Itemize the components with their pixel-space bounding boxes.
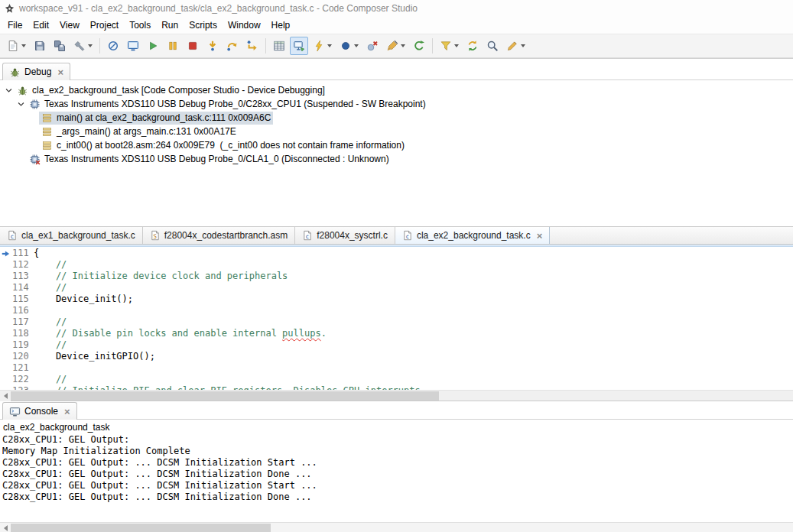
tree-indent: [28, 126, 39, 138]
save-all-button[interactable]: [50, 37, 69, 55]
line-number: 120: [12, 351, 34, 362]
use-step-filters-button[interactable]: [437, 37, 462, 55]
restart-button[interactable]: [410, 37, 428, 55]
code-line[interactable]: 118 // Disable pin locks and enable inte…: [0, 328, 793, 339]
connect-target-button[interactable]: [290, 37, 308, 55]
debug-tree-item[interactable]: cla_ex2_background_task [Code Composer S…: [0, 83, 793, 97]
tab-debug[interactable]: Debug ×: [2, 63, 70, 80]
flash-icon: [313, 40, 325, 52]
code-line[interactable]: 119 //: [0, 339, 793, 351]
dropdown-arrow-icon[interactable]: [21, 44, 26, 47]
tree-expander-icon[interactable]: [3, 85, 15, 96]
view-registers-button[interactable]: [270, 37, 288, 55]
editor-gutter[interactable]: [0, 294, 12, 305]
code-line[interactable]: 122 //: [0, 374, 793, 385]
menu-edit[interactable]: Edit: [28, 18, 54, 33]
dropdown-arrow-icon[interactable]: [354, 44, 359, 47]
editor-gutter[interactable]: [0, 362, 12, 374]
remove-all-breakpoints-button[interactable]: [363, 37, 382, 55]
line-number: 119: [12, 339, 34, 351]
editor-gutter[interactable]: [0, 316, 12, 328]
dropdown-arrow-icon[interactable]: [401, 44, 405, 47]
menu-tools[interactable]: Tools: [124, 18, 156, 33]
tree-item-label: _args_main() at args_main.c:131 0x00A17E: [57, 126, 236, 137]
dropdown-arrow-icon[interactable]: [454, 44, 459, 47]
editor-gutter[interactable]: [0, 328, 12, 339]
chip-icon: [29, 99, 41, 110]
code-line[interactable]: 113 // Initialize device clock and perip…: [0, 271, 793, 282]
editor-tab[interactable]: Sf28004x_codestartbranch.asm: [143, 227, 295, 244]
editor-tab[interactable]: ccla_ex2_background_task.c×: [395, 227, 550, 244]
dropdown-arrow-icon[interactable]: [521, 44, 525, 47]
close-icon[interactable]: ×: [64, 407, 70, 417]
editor-tab[interactable]: cf28004x_sysctrl.c: [295, 227, 395, 244]
debug-tree-item[interactable]: Texas Instruments XDS110 USB Debug Probe…: [0, 97, 793, 111]
refresh-icon: [466, 40, 479, 52]
suspend-button[interactable]: [164, 37, 182, 55]
new-target-configuration-button[interactable]: [124, 37, 142, 55]
code-line[interactable]: 115 Device_init();: [0, 294, 793, 305]
flash-button[interactable]: [310, 37, 335, 55]
menu-view[interactable]: View: [54, 18, 85, 33]
step-over-button[interactable]: [223, 37, 242, 55]
close-icon[interactable]: ×: [537, 231, 543, 241]
code-line[interactable]: 121: [0, 362, 793, 374]
open-search-button[interactable]: [483, 37, 502, 55]
scroll-left-arrow-icon[interactable]: [0, 523, 11, 532]
restart-icon: [413, 40, 425, 52]
asm-file-icon: S: [150, 230, 161, 241]
menu-window[interactable]: Window: [223, 18, 266, 33]
editor-gutter[interactable]: [0, 259, 12, 271]
tab-console[interactable]: Console ×: [2, 402, 77, 420]
editor-tab-label: f28004x_codestartbranch.asm: [164, 230, 288, 241]
line-number: 115: [12, 294, 34, 305]
save-button[interactable]: [31, 37, 49, 55]
menu-scripts[interactable]: Scripts: [184, 18, 223, 33]
dropdown-arrow-icon[interactable]: [88, 44, 93, 47]
tree-expander-icon[interactable]: [15, 99, 27, 110]
terminate-button[interactable]: [184, 37, 202, 55]
editor-gutter[interactable]: [0, 248, 12, 259]
scroll-left-arrow-icon[interactable]: [0, 391, 11, 401]
debug-tree-item[interactable]: c_int00() at boot28.asm:264 0x009E79 (_c…: [0, 138, 793, 152]
menu-project[interactable]: Project: [85, 18, 124, 33]
console-hscrollbar-thumb[interactable]: [11, 524, 271, 532]
debug-tree-item[interactable]: _args_main() at args_main.c:131 0x00A17E: [0, 125, 793, 138]
new-button[interactable]: [4, 37, 29, 55]
editor-gutter[interactable]: [0, 305, 12, 316]
console-hscrollbar[interactable]: [0, 522, 793, 532]
step-return-button[interactable]: [243, 37, 262, 55]
refresh-button[interactable]: [463, 37, 482, 55]
close-icon[interactable]: ×: [57, 67, 63, 77]
code-editor[interactable]: 111{112 //113 // Initialize device clock…: [0, 247, 793, 390]
step-into-button[interactable]: [203, 37, 222, 55]
code-line[interactable]: 116: [0, 305, 793, 316]
resume-button[interactable]: [144, 37, 162, 55]
code-line[interactable]: 120 Device_initGPIO();: [0, 351, 793, 362]
editor-hscrollbar[interactable]: [0, 390, 793, 401]
editor-gutter[interactable]: [0, 282, 12, 294]
code-line[interactable]: 117 //: [0, 316, 793, 328]
code-line[interactable]: 111{: [0, 248, 793, 259]
debug-tree-item[interactable]: main() at cla_ex2_background_task.c:111 …: [0, 111, 793, 125]
editor-tab[interactable]: ccla_ex1_background_task.c: [0, 227, 143, 244]
toolbar-separator: [265, 38, 266, 54]
editor-gutter[interactable]: [0, 339, 12, 351]
menu-run[interactable]: Run: [156, 18, 184, 33]
console-output[interactable]: C28xx_CPU1: GEL Output: Memory Map Initi…: [0, 433, 793, 522]
dropdown-arrow-icon[interactable]: [327, 44, 332, 47]
build-button[interactable]: [70, 37, 96, 55]
editor-hscrollbar-thumb[interactable]: [11, 391, 439, 401]
editor-gutter[interactable]: [0, 271, 12, 282]
toggle-breakpoint-button[interactable]: [336, 37, 362, 55]
debug-tree-item[interactable]: Texas Instruments XDS110 USB Debug Probe…: [0, 152, 793, 166]
menu-help[interactable]: Help: [266, 18, 296, 33]
editor-gutter[interactable]: [0, 374, 12, 385]
skip-all-breakpoints-button[interactable]: [104, 37, 122, 55]
code-line[interactable]: 114 //: [0, 282, 793, 294]
highlight-trace-button[interactable]: [383, 37, 408, 55]
editor-gutter[interactable]: [0, 351, 12, 362]
code-line[interactable]: 112 //: [0, 259, 793, 271]
menu-file[interactable]: File: [2, 18, 28, 33]
annotate-button[interactable]: [503, 37, 528, 55]
